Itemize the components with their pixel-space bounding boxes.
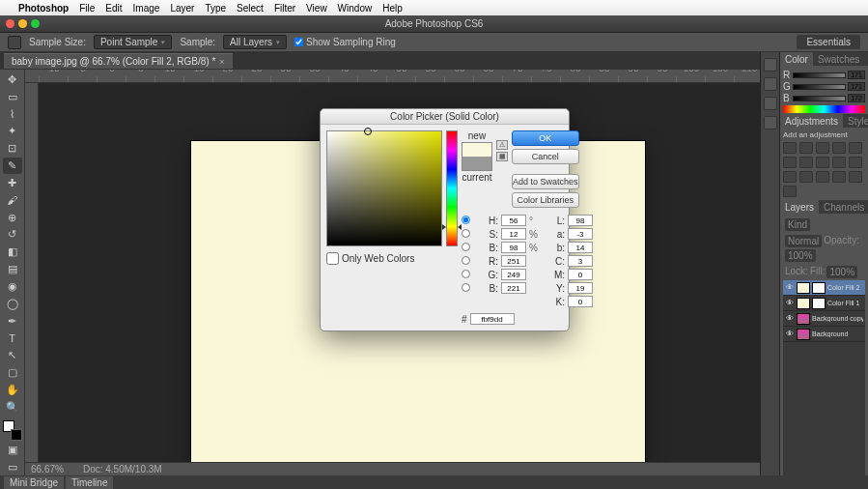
adj-photo-filter-icon[interactable] [832,157,846,168]
only-web-colors-checkbox[interactable]: Only Web Colors [326,252,442,265]
b-slider[interactable] [793,96,846,101]
m-input[interactable] [568,269,593,280]
adj-gradient-icon[interactable] [849,171,862,183]
c-input[interactable] [568,255,593,267]
hand-tool[interactable]: ✋ [3,382,22,398]
b-input[interactable] [501,282,526,294]
tab-channels[interactable]: Channels [819,200,868,214]
tool-preset-icon[interactable] [8,36,21,49]
brush-panel-icon[interactable] [764,116,777,129]
visibility-icon[interactable]: 👁 [785,283,795,292]
visibility-icon[interactable]: 👁 [785,299,795,307]
r-radio[interactable] [462,256,470,267]
br-radio[interactable] [462,243,470,253]
adj-balance-icon[interactable] [799,157,813,168]
properties-panel-icon[interactable] [764,97,777,110]
adj-hue-icon[interactable] [783,157,797,168]
blend-mode-select[interactable]: Normal [785,235,822,247]
tab-swatches[interactable]: Swatches [813,52,864,66]
menu-file[interactable]: File [79,3,95,14]
layer-mask-thumb[interactable] [812,282,826,294]
menu-app[interactable]: Photoshop [18,3,69,14]
layer-thumb[interactable] [797,329,810,340]
menu-type[interactable]: Type [205,3,226,14]
adj-threshold-icon[interactable] [832,171,846,183]
path-tool[interactable]: ↖ [3,347,22,363]
layer-thumb[interactable] [797,313,810,325]
b-radio[interactable] [462,283,470,294]
color-field[interactable] [326,130,442,246]
blur-tool[interactable]: ◉ [3,278,22,295]
websafe-warning-icon[interactable]: ▦ [496,152,508,161]
close-tab-icon[interactable]: × [219,57,224,67]
history-panel-icon[interactable] [764,58,777,72]
tab-mini-bridge[interactable]: Mini Bridge [4,476,64,489]
color-spectrum[interactable] [783,105,865,113]
adj-invert-icon[interactable] [799,171,813,183]
adj-exposure-icon[interactable] [832,142,846,154]
layer-thumb[interactable] [797,298,810,309]
tab-color[interactable]: Color [780,52,813,66]
fg-bg-colors[interactable] [3,420,22,442]
bb-input[interactable] [568,242,593,253]
s-radio[interactable] [462,229,470,240]
workspace-switcher[interactable]: Essentials [797,35,860,49]
menu-view[interactable]: View [306,3,327,14]
sample-select[interactable]: All Layers▾ [223,35,287,49]
quickmask-tool[interactable]: ▣ [3,442,22,458]
menu-edit[interactable]: Edit [105,3,122,14]
crop-tool[interactable]: ⊡ [3,140,22,157]
g-radio[interactable] [462,270,470,280]
actions-panel-icon[interactable] [764,77,777,91]
doc-size[interactable]: Doc: 4.50M/10.3M [83,464,162,475]
gamut-warning-icon[interactable]: ⚠ [496,140,508,150]
adj-posterize-icon[interactable] [816,171,829,183]
layer-row[interactable]: 👁Color Fill 1 [783,296,865,311]
lasso-tool[interactable]: ⌇ [3,106,22,123]
pen-tool[interactable]: ✒ [3,313,22,330]
y-input[interactable] [568,282,593,294]
tab-layers[interactable]: Layers [780,200,819,214]
h-radio[interactable] [462,216,470,226]
brush-tool[interactable]: 🖌 [3,192,22,209]
menu-help[interactable]: Help [382,3,403,14]
menu-layer[interactable]: Layer [170,3,194,14]
g-value[interactable] [848,82,865,91]
hex-input[interactable] [470,313,515,325]
r-value[interactable] [848,71,865,79]
layer-row[interactable]: 👁Color Fill 2 [783,280,865,296]
opacity-input[interactable]: 100% [785,249,816,262]
ok-button[interactable]: OK [512,130,579,146]
menu-select[interactable]: Select [237,3,264,14]
visibility-icon[interactable]: 👁 [785,330,795,338]
menu-filter[interactable]: Filter [274,3,295,14]
current-color-swatch[interactable] [462,157,491,170]
br-input[interactable] [501,242,526,253]
s-input[interactable] [501,228,526,240]
hue-slider[interactable] [446,130,458,246]
g-input[interactable] [501,269,526,280]
r-slider[interactable] [793,72,846,78]
dodge-tool[interactable]: ◯ [3,296,22,312]
shape-tool[interactable]: ▢ [3,364,22,381]
cancel-button[interactable]: Cancel [512,149,579,164]
l-input[interactable] [568,215,593,226]
tab-adjustments[interactable]: Adjustments [780,114,843,128]
h-input[interactable] [501,215,526,226]
layer-mask-thumb[interactable] [812,298,826,309]
adj-vibrance-icon[interactable] [849,142,862,154]
adj-lookup-icon[interactable] [783,171,797,183]
eyedropper-tool[interactable]: ✎ [3,158,22,174]
show-sampling-ring-checkbox[interactable]: Show Sampling Ring [294,37,396,47]
adj-bw-icon[interactable] [816,157,829,168]
color-libraries-button[interactable]: Color Libraries [512,192,579,208]
history-brush-tool[interactable]: ↺ [3,226,22,243]
menu-image[interactable]: Image [133,3,160,14]
gradient-tool[interactable]: ▤ [3,261,22,277]
adj-mixer-icon[interactable] [849,157,862,168]
eraser-tool[interactable]: ◧ [3,244,22,260]
layer-row[interactable]: 👁Background copy [783,311,865,327]
zoom-level[interactable]: 66.67% [31,464,64,475]
wand-tool[interactable]: ✦ [3,123,22,139]
move-tool[interactable]: ✥ [3,72,22,88]
